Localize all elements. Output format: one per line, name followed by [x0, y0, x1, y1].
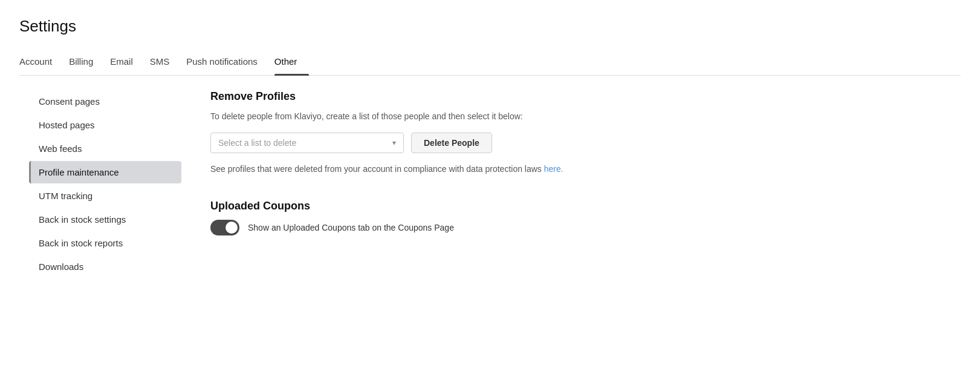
compliance-link[interactable]: here.: [544, 164, 563, 174]
list-select-dropdown[interactable]: Select a list to delete ▾: [210, 133, 404, 153]
remove-profiles-desc-text: To delete people from Klaviyo, create a …: [210, 111, 523, 121]
remove-profiles-description: To delete people from Klaviyo, create a …: [210, 110, 951, 123]
content-area: Consent pages Hosted pages Web feeds Pro…: [0, 76, 980, 294]
page-header: Settings Account Billing Email SMS Push …: [0, 0, 980, 76]
tab-other[interactable]: Other: [274, 50, 310, 75]
toggle-row: Show an Uploaded Coupons tab on the Coup…: [210, 220, 951, 235]
toggle-thumb: [226, 222, 238, 234]
sidebar-item-utm-tracking[interactable]: UTM tracking: [29, 185, 181, 207]
uploaded-coupons-section: Uploaded Coupons Show an Uploaded Coupon…: [210, 200, 951, 235]
chevron-down-icon: ▾: [392, 139, 396, 147]
page-title: Settings: [19, 17, 961, 36]
tab-billing[interactable]: Billing: [69, 50, 105, 75]
remove-profiles-title: Remove Profiles: [210, 90, 951, 103]
sidebar-item-web-feeds[interactable]: Web feeds: [29, 137, 181, 160]
sidebar-item-hosted-pages[interactable]: Hosted pages: [29, 114, 181, 136]
toggle-track: [210, 220, 239, 235]
settings-page: Settings Account Billing Email SMS Push …: [0, 0, 980, 385]
toggle-label-text: Show an Uploaded Coupons tab on the Coup…: [248, 223, 454, 232]
sidebar-item-back-in-stock-settings[interactable]: Back in stock settings: [29, 208, 181, 231]
compliance-text: See profiles that were deleted from your…: [210, 163, 951, 176]
sidebar: Consent pages Hosted pages Web feeds Pro…: [0, 76, 181, 294]
delete-people-button[interactable]: Delete People: [411, 133, 492, 153]
tabs-nav: Account Billing Email SMS Push notificat…: [19, 50, 961, 76]
delete-row: Select a list to delete ▾ Delete People: [210, 133, 951, 153]
main-content: Remove Profiles To delete people from Kl…: [181, 76, 980, 294]
select-placeholder: Select a list to delete: [218, 138, 296, 148]
sidebar-item-downloads[interactable]: Downloads: [29, 255, 181, 278]
compliance-text-content: See profiles that were deleted from your…: [210, 164, 544, 174]
coupons-toggle[interactable]: [210, 220, 239, 235]
sidebar-item-profile-maintenance[interactable]: Profile maintenance: [29, 161, 181, 183]
remove-profiles-section: Remove Profiles To delete people from Kl…: [210, 90, 951, 176]
tab-push-notifications[interactable]: Push notifications: [186, 50, 270, 75]
sidebar-item-consent-pages[interactable]: Consent pages: [29, 90, 181, 113]
uploaded-coupons-title: Uploaded Coupons: [210, 200, 951, 212]
sidebar-item-back-in-stock-reports[interactable]: Back in stock reports: [29, 232, 181, 254]
tab-account[interactable]: Account: [19, 50, 64, 75]
tab-email[interactable]: Email: [110, 50, 145, 75]
tab-sms[interactable]: SMS: [150, 50, 182, 75]
